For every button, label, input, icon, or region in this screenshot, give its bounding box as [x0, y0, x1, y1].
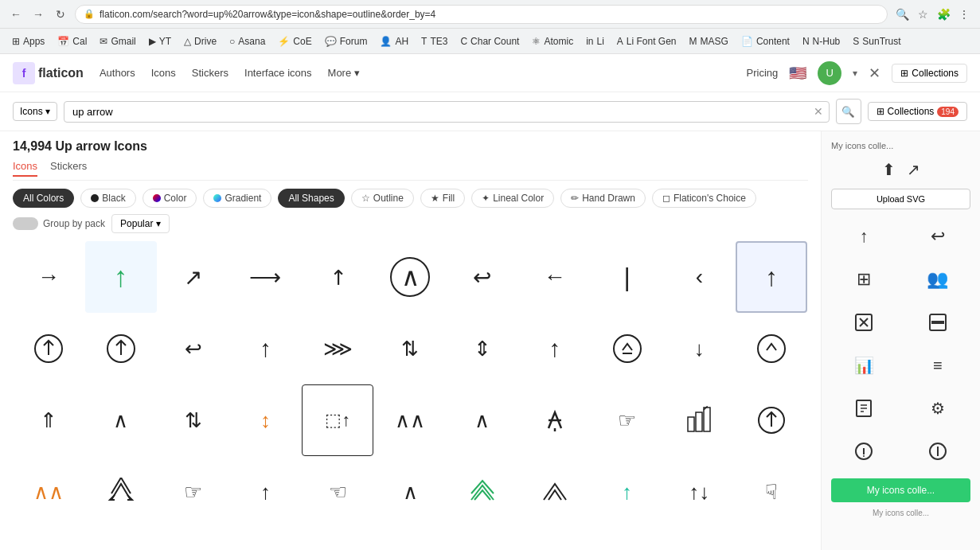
- icon-cell[interactable]: ∧∧: [374, 384, 446, 456]
- icon-cell[interactable]: ↑: [229, 313, 301, 384]
- bookmark-yt[interactable]: ▶ YT: [143, 33, 177, 49]
- group-by-toggle[interactable]: [13, 217, 38, 230]
- bookmark-li[interactable]: in Li: [580, 33, 610, 49]
- bookmark-masg[interactable]: M MASG: [684, 33, 734, 49]
- icon-cell[interactable]: ↗: [158, 241, 229, 313]
- filter-flaticons-choice[interactable]: ◻ Flaticon's Choice: [652, 189, 756, 208]
- nav-interface-icons[interactable]: Interface icons: [244, 67, 312, 79]
- bookmark-coe[interactable]: ⚡ CoE: [272, 33, 317, 49]
- icon-cell[interactable]: ↑: [519, 313, 591, 384]
- icon-cell[interactable]: [519, 528, 591, 550]
- right-panel-icon[interactable]: [919, 303, 957, 341]
- bookmark-drive[interactable]: △ Drive: [178, 33, 222, 49]
- icon-cell[interactable]: ‹: [663, 241, 735, 313]
- back-button[interactable]: ←: [8, 6, 24, 22]
- icon-cell[interactable]: ⋙: [302, 313, 373, 384]
- close-panel-button[interactable]: ✕: [869, 64, 880, 82]
- flag-icon[interactable]: 🇺🇸: [789, 64, 806, 82]
- icon-cell[interactable]: [736, 528, 807, 550]
- icon-cell[interactable]: [592, 313, 663, 384]
- icon-cell[interactable]: [447, 528, 518, 550]
- icon-cell[interactable]: [85, 313, 157, 384]
- menu-icon[interactable]: ⋮: [956, 6, 972, 22]
- nav-stickers[interactable]: Stickers: [192, 67, 228, 79]
- icon-cell[interactable]: ∧∧: [13, 456, 84, 528]
- filter-black[interactable]: Black: [80, 189, 135, 208]
- icon-cell[interactable]: [302, 528, 373, 550]
- upload-svg-button[interactable]: Upload SVG: [831, 189, 970, 209]
- icon-cell[interactable]: ⇅: [158, 384, 229, 456]
- bookmark-atomic[interactable]: ⚛ Atomic: [526, 33, 579, 49]
- icon-type-select[interactable]: Icons ▾: [13, 102, 57, 121]
- bookmark-asana[interactable]: ○ Asana: [224, 33, 271, 49]
- filter-outline[interactable]: ☆ Outline: [351, 189, 414, 208]
- bookmark-te3[interactable]: T TE3: [416, 33, 453, 49]
- icon-cell[interactable]: ↑: [229, 456, 301, 528]
- logo[interactable]: f flaticon: [13, 62, 84, 84]
- bookmark-gmail[interactable]: ✉ Gmail: [94, 33, 141, 49]
- bookmark-suntrust[interactable]: S SunTrust: [847, 33, 906, 49]
- right-panel-icon[interactable]: [845, 389, 883, 427]
- icon-cell[interactable]: ↑: [663, 528, 735, 550]
- icon-cell[interactable]: [447, 456, 518, 528]
- bookmark-nhub[interactable]: N N-Hub: [797, 33, 845, 49]
- reload-button[interactable]: ↻: [53, 6, 68, 22]
- nav-more[interactable]: More ▾: [328, 67, 360, 79]
- bookmark-li-font[interactable]: A Li Font Gen: [611, 33, 682, 49]
- avatar-chevron[interactable]: ▾: [853, 68, 857, 79]
- icon-cell[interactable]: ↑: [158, 528, 229, 550]
- icon-cell[interactable]: ∧: [447, 384, 518, 456]
- nav-icons[interactable]: Icons: [151, 67, 176, 79]
- icon-cell[interactable]: ↑↓: [663, 456, 735, 528]
- filter-fill[interactable]: ★ Fill: [420, 189, 465, 208]
- icon-cell[interactable]: ∧: [390, 257, 430, 297]
- icon-cell[interactable]: ↓: [663, 313, 735, 384]
- bookmark-ah[interactable]: 👤 AH: [374, 33, 414, 49]
- search-input[interactable]: [64, 101, 830, 123]
- collections-header-button[interactable]: ⊞ Collections: [892, 64, 967, 83]
- right-panel-icon[interactable]: ↑: [845, 217, 883, 255]
- pricing-link[interactable]: Pricing: [747, 67, 779, 79]
- icon-cell[interactable]: ↩: [158, 313, 229, 384]
- bookmark-icon[interactable]: ☆: [915, 6, 931, 22]
- icon-cell[interactable]: ☞: [592, 384, 663, 456]
- icon-cell[interactable]: [13, 313, 84, 384]
- icon-cell[interactable]: ↑: [13, 528, 84, 550]
- filter-lineal-color[interactable]: ✦ Lineal Color: [471, 189, 554, 208]
- icon-cell[interactable]: ∧: [85, 384, 157, 456]
- tab-stickers[interactable]: Stickers: [50, 160, 87, 177]
- extensions-icon[interactable]: 🧩: [935, 6, 951, 22]
- user-avatar[interactable]: U: [818, 61, 841, 85]
- icon-cell[interactable]: ↑: [736, 241, 807, 313]
- filter-all-shapes[interactable]: All Shapes: [278, 189, 344, 208]
- filter-all-colors[interactable]: All Colors: [13, 189, 74, 208]
- icon-cell[interactable]: [85, 528, 157, 550]
- filter-gradient[interactable]: Gradient: [203, 189, 271, 208]
- icon-cell[interactable]: ↑: [592, 528, 663, 550]
- share-icon[interactable]: ↗: [904, 157, 923, 182]
- bookmark-content[interactable]: 📄 Content: [736, 33, 795, 49]
- nav-authors[interactable]: Authors: [100, 67, 135, 79]
- search-clear-button[interactable]: ✕: [814, 105, 823, 118]
- right-panel-icon[interactable]: [845, 432, 883, 470]
- right-panel-icon[interactable]: ↩: [919, 217, 957, 255]
- filter-color[interactable]: Color: [143, 189, 197, 208]
- right-panel-icon[interactable]: [919, 432, 957, 470]
- collections-count-button[interactable]: ⊞ Collections 194: [868, 102, 967, 121]
- zoom-icon[interactable]: 🔍: [894, 6, 910, 22]
- icon-cell[interactable]: ↩: [447, 241, 518, 313]
- icon-cell[interactable]: ↑: [592, 456, 663, 528]
- tab-icons[interactable]: Icons: [13, 160, 37, 177]
- right-panel-icon[interactable]: ⊞: [845, 260, 883, 298]
- upload-icon[interactable]: ⬆: [879, 157, 899, 182]
- icon-cell[interactable]: ↑: [85, 241, 157, 313]
- icon-cell[interactable]: 🏆: [374, 528, 446, 550]
- search-submit-button[interactable]: 🔍: [836, 99, 861, 124]
- bookmark-char[interactable]: C Char Count: [455, 33, 525, 49]
- icon-cell[interactable]: ⬚↑: [302, 384, 373, 456]
- icon-cell[interactable]: ⇅: [374, 313, 446, 384]
- icon-cell[interactable]: [85, 456, 157, 528]
- sort-button[interactable]: Popular ▾: [111, 214, 170, 233]
- icon-cell[interactable]: ⇕: [447, 313, 518, 384]
- my-icons-collection-button[interactable]: My icons colle...: [831, 478, 970, 502]
